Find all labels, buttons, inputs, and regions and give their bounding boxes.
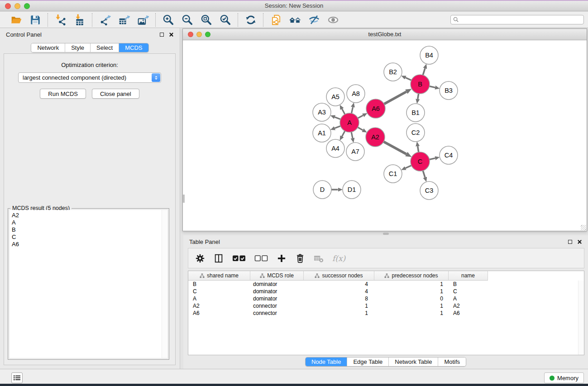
cell-predecessor-nodes[interactable]: 1: [374, 302, 449, 310]
export-network-button[interactable]: [97, 13, 112, 27]
cell-name[interactable]: B: [449, 281, 488, 288]
network-zoom-button[interactable]: [205, 32, 210, 37]
delete-table-button[interactable]: [314, 253, 324, 264]
cell-successor-nodes[interactable]: 1: [304, 302, 374, 310]
import-table-button[interactable]: [72, 13, 87, 27]
column-header-MCDS-role[interactable]: MCDS role: [250, 271, 304, 281]
mcds-result-item[interactable]: A6: [12, 241, 167, 248]
criterion-select[interactable]: largest connected component (directed): [18, 72, 161, 83]
first-neighbors-button[interactable]: [287, 13, 302, 27]
graph-node-B4[interactable]: B4: [420, 46, 438, 64]
graph-node-A5[interactable]: A5: [326, 88, 344, 106]
graph-node-B2[interactable]: B2: [384, 63, 402, 81]
run-mcds-button[interactable]: Run MCDS: [40, 89, 86, 99]
show-columns-button[interactable]: [214, 253, 224, 264]
network-window-titlebar[interactable]: testGlobe.txt: [183, 29, 587, 40]
cell-MCDS-role[interactable]: connector: [250, 310, 304, 317]
zoom-window-button[interactable]: [24, 3, 30, 9]
graph-node-B1[interactable]: B1: [406, 104, 425, 122]
cell-MCDS-role[interactable]: dominator: [250, 288, 304, 295]
graph-node-C2[interactable]: C2: [406, 124, 425, 142]
function-builder-button[interactable]: f(x): [332, 253, 345, 264]
export-table-button[interactable]: [116, 13, 131, 27]
column-header-name[interactable]: name: [449, 271, 488, 281]
network-close-button[interactable]: [188, 32, 193, 37]
graph-node-A[interactable]: A: [340, 113, 359, 132]
cell-shared-name[interactable]: A: [188, 295, 250, 302]
table-row[interactable]: A6connector11A6: [188, 310, 584, 317]
export-image-button[interactable]: [135, 13, 150, 27]
show-log-button[interactable]: [11, 372, 23, 383]
network-resize-grip[interactable]: [581, 225, 586, 230]
graph-node-C[interactable]: C: [411, 152, 430, 171]
zoom-fit-button[interactable]: [199, 13, 214, 27]
zoom-in-button[interactable]: [161, 13, 176, 27]
mcds-result-item[interactable]: B: [12, 226, 167, 234]
network-graph[interactable]: AA1A2A3A4A5A6A7A8BB1B2B3B4CC1C2C3C4DD1: [183, 41, 587, 231]
cell-MCDS-role[interactable]: connector: [250, 302, 304, 310]
graph-node-A3[interactable]: A3: [313, 103, 331, 121]
graph-node-A6[interactable]: A6: [366, 99, 385, 118]
refresh-button[interactable]: [243, 13, 258, 27]
search-field[interactable]: [450, 15, 584, 24]
network-vertical-scrollbar-thumb[interactable]: [183, 195, 185, 203]
close-window-button[interactable]: [5, 3, 11, 9]
table-scrollbar[interactable]: [578, 281, 584, 355]
delete-column-button[interactable]: [295, 253, 305, 264]
tab-mcds[interactable]: MCDS: [119, 43, 148, 52]
duplicate-network-button[interactable]: [268, 13, 283, 27]
column-header-shared-name[interactable]: shared name: [188, 271, 250, 281]
cell-name[interactable]: A: [449, 295, 488, 302]
graph-node-C3[interactable]: C3: [420, 181, 438, 200]
main-titlebar[interactable]: Session: New Session: [0, 1, 588, 11]
graph-node-B[interactable]: B: [411, 75, 430, 94]
cell-name[interactable]: C: [449, 288, 488, 295]
tab-style[interactable]: Style: [65, 43, 91, 52]
close-panel-icon[interactable]: [169, 32, 174, 37]
deselect-all-columns-button[interactable]: [254, 253, 268, 264]
show-all-button[interactable]: [325, 13, 340, 27]
tab-select[interactable]: Select: [91, 43, 119, 52]
tab-network-table[interactable]: Network Table: [389, 357, 438, 366]
select-all-columns-button[interactable]: [232, 253, 246, 264]
float-panel-icon[interactable]: [160, 33, 164, 37]
open-session-button[interactable]: [9, 13, 24, 27]
tab-motifs[interactable]: Motifs: [438, 357, 466, 366]
graph-node-B3[interactable]: B3: [440, 81, 458, 100]
search-input[interactable]: [461, 16, 583, 24]
mcds-result-item[interactable]: A: [12, 219, 167, 226]
column-header-successor-nodes[interactable]: successor nodes: [304, 271, 374, 281]
graph-node-D1[interactable]: D1: [343, 181, 361, 199]
close-panel-button[interactable]: Close panel: [92, 89, 139, 99]
cell-successor-nodes[interactable]: 1: [304, 310, 374, 317]
table-close-panel-icon[interactable]: [577, 239, 582, 244]
cell-predecessor-nodes[interactable]: 1: [374, 281, 449, 288]
network-horizontal-scrollbar-thumb[interactable]: [383, 233, 389, 235]
hide-selected-button[interactable]: [306, 13, 321, 27]
import-network-button[interactable]: [53, 13, 68, 27]
cell-MCDS-role[interactable]: dominator: [250, 281, 304, 288]
cell-shared-name[interactable]: A2: [188, 302, 250, 310]
table-row[interactable]: Bdominator41B: [188, 281, 584, 288]
cell-shared-name[interactable]: A6: [188, 310, 250, 317]
zoom-out-button[interactable]: [180, 13, 195, 27]
cell-shared-name[interactable]: B: [188, 281, 250, 288]
mcds-result-item[interactable]: C: [12, 234, 167, 241]
graph-node-C1[interactable]: C1: [384, 165, 402, 183]
table-float-panel-icon[interactable]: [568, 240, 572, 244]
cell-predecessor-nodes[interactable]: 1: [374, 310, 449, 317]
column-header-predecessor-nodes[interactable]: predecessor nodes: [374, 271, 449, 281]
tab-network[interactable]: Network: [31, 43, 65, 52]
cell-successor-nodes[interactable]: 8: [304, 295, 374, 302]
graph-node-A2[interactable]: A2: [366, 128, 385, 147]
network-canvas[interactable]: AA1A2A3A4A5A6A7A8BB1B2B3B4CC1C2C3C4DD1: [183, 41, 587, 231]
table-settings-button[interactable]: [195, 253, 205, 264]
graph-node-D[interactable]: D: [313, 181, 331, 199]
create-column-button[interactable]: [277, 253, 287, 264]
tab-node-table[interactable]: Node Table: [306, 357, 348, 366]
save-session-button[interactable]: [28, 13, 43, 27]
mcds-result-item[interactable]: A2: [12, 212, 167, 219]
cell-predecessor-nodes[interactable]: 1: [374, 288, 449, 295]
cell-shared-name[interactable]: C: [188, 288, 250, 295]
graph-node-C4[interactable]: C4: [440, 146, 458, 164]
